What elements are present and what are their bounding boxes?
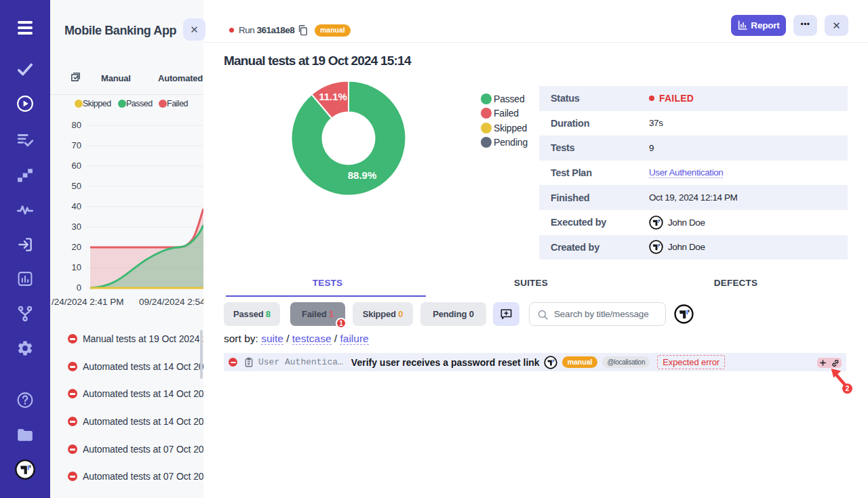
svg-text:88.9%: 88.9% <box>348 169 377 181</box>
svg-text:30: 30 <box>72 222 81 232</box>
svg-text:80: 80 <box>72 120 81 130</box>
svg-text:09/24/2024 2:54 PM: 09/24/2024 2:54 PM <box>139 297 203 307</box>
svg-text:20: 20 <box>72 242 81 252</box>
svg-text:/24/2024 2:41 PM: /24/2024 2:41 PM <box>52 297 124 307</box>
svg-text:10: 10 <box>72 262 81 272</box>
svg-text:0: 0 <box>77 283 81 293</box>
svg-text:60: 60 <box>72 161 81 171</box>
svg-text:70: 70 <box>72 140 81 150</box>
svg-text:40: 40 <box>72 201 81 211</box>
svg-text:11.1%: 11.1% <box>319 91 347 102</box>
svg-text:50: 50 <box>72 181 81 191</box>
